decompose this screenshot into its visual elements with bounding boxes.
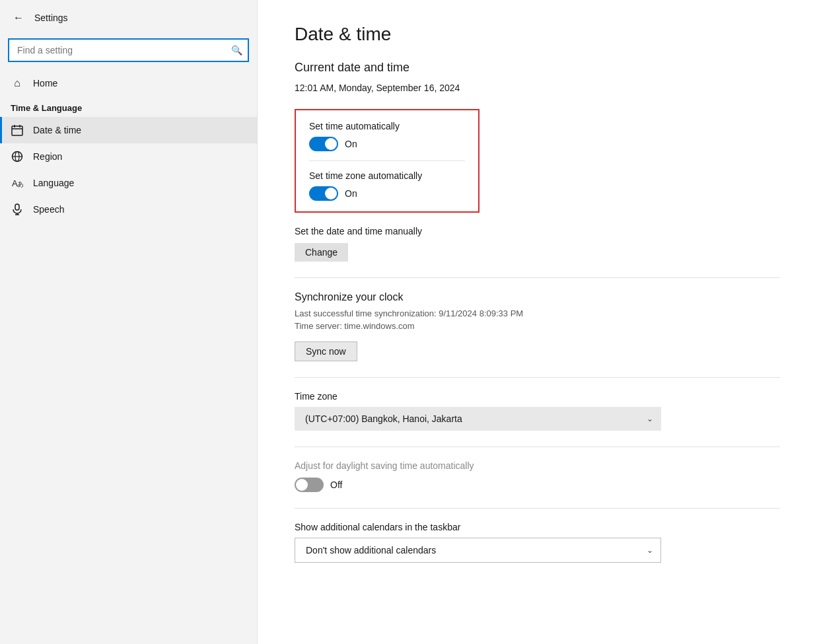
timezone-label: Time zone xyxy=(295,391,780,402)
manual-date-time-section: Set the date and time manually Change xyxy=(295,226,780,262)
change-button[interactable]: Change xyxy=(295,243,348,262)
daylight-label: Adjust for daylight saving time automati… xyxy=(295,460,780,471)
sidebar-header: ← Settings xyxy=(0,0,257,36)
set-timezone-automatically-label: Set time zone automatically xyxy=(309,170,465,181)
svg-rect-9 xyxy=(15,204,19,210)
current-time-display: 12:01 AM, Monday, September 16, 2024 xyxy=(295,83,780,93)
daylight-section: Adjust for daylight saving time automati… xyxy=(295,460,780,492)
sync-time-server: Time server: time.windows.com xyxy=(295,321,780,331)
sidebar-item-language[interactable]: A あ Language xyxy=(0,170,257,196)
timezone-select-wrapper: (UTC+07:00) Bangkok, Hanoi, Jakarta ⌄ xyxy=(295,407,661,431)
section-divider-4 xyxy=(295,508,780,509)
set-time-automatically-toggle-group: On xyxy=(309,137,465,151)
set-timezone-automatically-status: On xyxy=(345,188,357,199)
svg-rect-0 xyxy=(12,126,22,135)
set-time-automatically-toggle[interactable] xyxy=(309,137,338,151)
sync-clock-heading: Synchronize your clock xyxy=(295,291,780,303)
set-timezone-automatically-toggle[interactable] xyxy=(309,186,338,201)
page-title: Date & time xyxy=(295,24,780,45)
additional-calendars-select[interactable]: Don't show additional calendars xyxy=(295,538,661,563)
home-icon: ⌂ xyxy=(11,77,24,90)
sidebar-item-region[interactable]: Region xyxy=(0,143,257,170)
additional-calendars-select-wrapper: Don't show additional calendars ⌄ xyxy=(295,538,661,563)
sidebar-item-language-label: Language xyxy=(33,178,74,188)
sidebar: ← Settings 🔍 ⌂ Home Time & Language Date… xyxy=(0,0,258,644)
section-divider-2 xyxy=(295,377,780,378)
daylight-toggle[interactable] xyxy=(295,478,324,492)
back-button[interactable]: ← xyxy=(11,9,26,26)
section-divider-3 xyxy=(295,447,780,447)
main-content: Date & time Current date and time 12:01 … xyxy=(258,0,817,644)
additional-calendars-label: Show additional calendars in the taskbar xyxy=(295,522,780,532)
svg-text:あ: あ xyxy=(17,180,23,188)
section-divider-1 xyxy=(295,277,780,278)
sync-now-button[interactable]: Sync now xyxy=(295,341,357,361)
sync-last-sync: Last successful time synchronization: 9/… xyxy=(295,308,780,318)
sidebar-item-speech-label: Speech xyxy=(33,204,64,215)
sidebar-item-date-time-label: Date & time xyxy=(33,125,81,135)
manual-date-time-label: Set the date and time manually xyxy=(295,226,780,236)
auto-settings-section: Set time automatically On Set time zone … xyxy=(295,109,480,213)
daylight-status: Off xyxy=(330,480,342,490)
additional-calendars-section: Show additional calendars in the taskbar… xyxy=(295,522,780,563)
region-icon xyxy=(11,150,24,163)
set-time-automatically-row: Set time automatically On xyxy=(309,121,465,151)
section-label-time-language: Time & Language xyxy=(0,96,257,117)
sidebar-item-home[interactable]: ⌂ Home xyxy=(0,70,257,96)
search-box: 🔍 xyxy=(8,38,249,62)
sidebar-item-speech[interactable]: Speech xyxy=(0,196,257,223)
search-icon: 🔍 xyxy=(231,45,242,55)
speech-icon xyxy=(11,203,24,216)
sync-clock-section: Synchronize your clock Last successful t… xyxy=(295,291,780,361)
settings-title: Settings xyxy=(34,13,68,23)
search-input[interactable] xyxy=(8,38,249,62)
sidebar-item-home-label: Home xyxy=(33,78,57,89)
set-timezone-automatically-row: Set time zone automatically On xyxy=(309,170,465,201)
set-time-automatically-label: Set time automatically xyxy=(309,121,465,131)
set-timezone-automatically-toggle-group: On xyxy=(309,186,465,201)
sidebar-item-date-time[interactable]: Date & time xyxy=(0,117,257,143)
current-date-time-heading: Current date and time xyxy=(295,61,780,75)
language-icon: A あ xyxy=(11,176,24,190)
date-time-icon xyxy=(11,124,24,137)
sidebar-item-region-label: Region xyxy=(33,151,62,162)
daylight-toggle-group: Off xyxy=(295,478,780,492)
timezone-section: Time zone (UTC+07:00) Bangkok, Hanoi, Ja… xyxy=(295,391,780,431)
set-time-automatically-status: On xyxy=(345,139,357,149)
toggle-divider xyxy=(309,161,465,161)
timezone-select[interactable]: (UTC+07:00) Bangkok, Hanoi, Jakarta xyxy=(295,407,661,431)
